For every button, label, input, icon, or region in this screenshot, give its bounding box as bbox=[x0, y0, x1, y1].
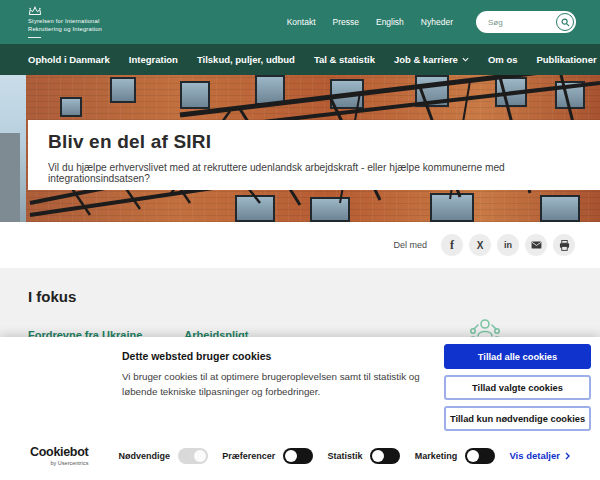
search-submit-button[interactable] bbox=[556, 13, 574, 31]
cookie-buttons: Tillad alle cookies Tillad valgte cookie… bbox=[444, 344, 591, 431]
cookie-consent-banner: Dette websted bruger cookies Vi bruger c… bbox=[0, 337, 600, 480]
nav-label: Ophold i Danmark bbox=[28, 54, 110, 65]
allow-all-cookies-button[interactable]: Tillad alle cookies bbox=[444, 344, 591, 369]
allow-necessary-cookies-button[interactable]: Tillad kun nødvendige cookies bbox=[444, 406, 591, 431]
toggle-knob bbox=[467, 450, 479, 462]
cookie-toggle-row: Nødvendige Præferencer Statistik Marketi… bbox=[118, 448, 570, 464]
crown-icon bbox=[28, 6, 42, 16]
nav-om-os[interactable]: Om os bbox=[488, 54, 518, 65]
chevron-down-icon bbox=[462, 57, 469, 62]
chevron-right-icon bbox=[565, 452, 570, 460]
search-icon bbox=[561, 18, 570, 27]
hero-subtitle: Vil du hjælpe erhvervslivet med at rekru… bbox=[48, 162, 580, 184]
siri-logo[interactable]: Styrelsen for International Rekruttering… bbox=[28, 6, 102, 38]
top-header: Styrelsen for International Rekruttering… bbox=[0, 0, 600, 44]
nav-ophold-i-danmark[interactable]: Ophold i Danmark bbox=[28, 54, 110, 65]
section-title: I fokus bbox=[28, 288, 572, 305]
email-share-button[interactable] bbox=[525, 234, 547, 256]
toggle-label: Marketing bbox=[415, 451, 458, 461]
share-bar: Del med f X in bbox=[0, 222, 600, 268]
nav-job-karriere[interactable]: Job & karriere bbox=[394, 54, 469, 65]
cookiebot-byline: by Usercentrics bbox=[51, 460, 89, 466]
print-share-button[interactable] bbox=[553, 234, 575, 256]
toggle-knob bbox=[194, 450, 206, 462]
toggle-label: Statistik bbox=[327, 451, 362, 461]
toggle-item-preferences: Præferencer bbox=[222, 448, 313, 464]
link-nyheder[interactable]: Nyheder bbox=[421, 17, 453, 27]
main-navigation: Ophold i Danmark Integration Tilskud, pu… bbox=[0, 44, 600, 75]
logo-text-line1: Styrelsen for International bbox=[28, 18, 102, 26]
toggle-knob bbox=[372, 450, 384, 462]
email-icon bbox=[531, 241, 542, 249]
link-kontakt[interactable]: Kontakt bbox=[287, 17, 316, 27]
cookiebot-name: Cookiebot bbox=[30, 445, 88, 459]
nav-publikationer[interactable]: Publikationer bbox=[536, 54, 600, 65]
nav-integration[interactable]: Integration bbox=[129, 54, 178, 65]
logo-underline bbox=[28, 37, 41, 38]
toggle-item-marketing: Marketing bbox=[415, 448, 496, 464]
utility-nav: Kontakt Presse English Nyheder bbox=[287, 11, 576, 33]
nav-tal-statistik[interactable]: Tal & statistik bbox=[314, 54, 375, 65]
toggle-knob bbox=[285, 450, 297, 462]
hero-banner: Bliv en del af SIRI Vil du hjælpe erhver… bbox=[0, 75, 600, 222]
logo-text-line2: Rekruttering og Integration bbox=[28, 26, 102, 34]
page-title: Bliv en del af SIRI bbox=[48, 131, 580, 153]
search-input[interactable] bbox=[488, 18, 550, 27]
facebook-share-button[interactable]: f bbox=[441, 234, 463, 256]
cookie-title: Dette websted bruger cookies bbox=[122, 350, 452, 362]
print-icon bbox=[559, 240, 570, 251]
nav-label: Om os bbox=[488, 54, 518, 65]
show-details-label: Vis detaljer bbox=[509, 450, 560, 461]
cookie-text-block: Dette websted bruger cookies Vi bruger c… bbox=[122, 350, 452, 399]
toggle-label: Præferencer bbox=[222, 451, 275, 461]
cookie-bottom-row: Cookiebot by Usercentrics Nødvendige Præ… bbox=[30, 445, 570, 466]
facebook-icon: f bbox=[450, 238, 454, 253]
toggle-label: Nødvendige bbox=[118, 451, 170, 461]
toggle-item-necessary: Nødvendige bbox=[118, 448, 208, 464]
nav-label: Integration bbox=[129, 54, 178, 65]
statistics-toggle[interactable] bbox=[370, 448, 400, 464]
nav-label: Tal & statistik bbox=[314, 54, 375, 65]
show-details-link[interactable]: Vis detaljer bbox=[509, 450, 570, 461]
toggle-item-statistics: Statistik bbox=[327, 448, 400, 464]
search-box[interactable] bbox=[476, 11, 576, 33]
nav-label: Tilskud, puljer, udbud bbox=[197, 54, 295, 65]
nav-label: Publikationer bbox=[536, 54, 596, 65]
necessary-toggle[interactable] bbox=[178, 448, 208, 464]
hero-text-panel: Bliv en del af SIRI Vil du hjælpe erhver… bbox=[28, 120, 600, 190]
x-twitter-share-button[interactable]: X bbox=[469, 234, 491, 256]
linkedin-share-button[interactable]: in bbox=[497, 234, 519, 256]
link-presse[interactable]: Presse bbox=[333, 17, 359, 27]
marketing-toggle[interactable] bbox=[465, 448, 495, 464]
preferences-toggle[interactable] bbox=[283, 448, 313, 464]
nav-label: Job & karriere bbox=[394, 54, 458, 65]
share-label: Del med bbox=[393, 240, 427, 250]
x-twitter-icon: X bbox=[477, 240, 484, 251]
cookie-description: Vi bruger cookies til at optimere bruger… bbox=[122, 369, 452, 399]
nav-tilskud-puljer-udbud[interactable]: Tilskud, puljer, udbud bbox=[197, 54, 295, 65]
linkedin-icon: in bbox=[504, 240, 512, 250]
allow-selected-cookies-button[interactable]: Tillad valgte cookies bbox=[444, 375, 591, 400]
link-english[interactable]: English bbox=[376, 17, 404, 27]
cookiebot-logo[interactable]: Cookiebot by Usercentrics bbox=[30, 445, 88, 466]
